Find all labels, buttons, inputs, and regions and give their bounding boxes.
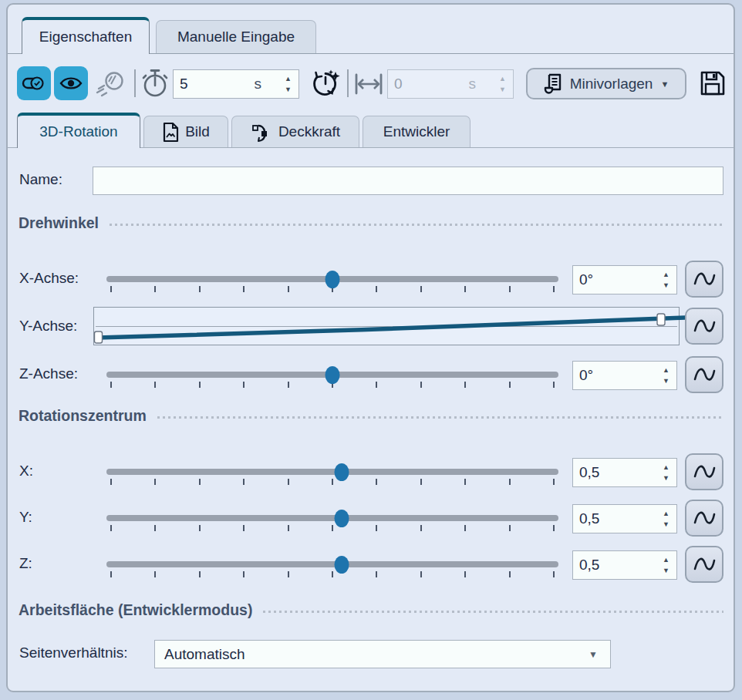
seitenverhaeltnis-value: Automatisch bbox=[164, 646, 245, 663]
spin-down-button[interactable]: ▼ bbox=[663, 567, 669, 574]
visibility-button[interactable] bbox=[54, 66, 88, 100]
duration-spin-down-button[interactable]: ▼ bbox=[285, 86, 292, 93]
tab-eigenschaften[interactable]: Eigenschaften bbox=[22, 17, 150, 54]
slider-track[interactable] bbox=[106, 561, 558, 567]
z-axis-value[interactable]: 0° bbox=[579, 367, 593, 384]
sine-wave-icon bbox=[691, 266, 717, 292]
stopwatch-icon bbox=[140, 68, 170, 99]
spin-down-button[interactable]: ▼ bbox=[663, 282, 669, 289]
minivorlagen-label: Minivorlagen bbox=[570, 76, 653, 93]
section-rotationszentrum: Rotationszentrum bbox=[19, 407, 723, 425]
center-x-animate-button[interactable] bbox=[685, 453, 723, 490]
tab-manuelle-eingabe[interactable]: Manuelle Eingabe bbox=[156, 20, 316, 53]
dropdown-caret-icon: ▼ bbox=[589, 649, 598, 660]
z-axis-animate-button[interactable] bbox=[685, 356, 723, 393]
spin-up-button[interactable]: ▲ bbox=[663, 557, 669, 564]
slider-handle[interactable] bbox=[334, 510, 349, 527]
resize-width-icon bbox=[353, 72, 384, 96]
spin-down-button[interactable]: ▼ bbox=[663, 475, 669, 482]
slider-handle[interactable] bbox=[334, 463, 349, 481]
center-z-value[interactable]: 0,5 bbox=[579, 557, 599, 574]
minivorlagen-button[interactable]: Minivorlagen ▼ bbox=[526, 68, 686, 99]
template-scroll-icon bbox=[544, 72, 562, 96]
section-dotted-line bbox=[110, 224, 723, 226]
y-axis-label: Y-Achse: bbox=[19, 318, 77, 335]
tab-manuelle-eingabe-label: Manuelle Eingabe bbox=[177, 29, 295, 45]
slider-ticks bbox=[111, 525, 554, 532]
properties-window: Eigenschaften Manuelle Eingabe bbox=[0, 0, 742, 700]
section-dotted-line bbox=[263, 611, 723, 613]
section-title: Rotationszentrum bbox=[19, 407, 147, 425]
z-axis-label: Z-Achse: bbox=[19, 365, 78, 382]
subtab-entwickler[interactable]: Entwickler bbox=[363, 116, 470, 147]
spin-up-button[interactable]: ▲ bbox=[663, 464, 669, 471]
x-axis-label: X-Achse: bbox=[19, 270, 79, 287]
center-y-animate-button[interactable] bbox=[685, 500, 723, 537]
center-y-label: Y: bbox=[19, 509, 32, 526]
center-y-value[interactable]: 0,5 bbox=[579, 510, 599, 527]
slider-handle[interactable] bbox=[325, 271, 340, 288]
properties-panel bbox=[6, 3, 735, 692]
curve-line bbox=[98, 318, 685, 338]
save-button[interactable] bbox=[697, 68, 728, 99]
center-z-slider[interactable] bbox=[106, 550, 558, 578]
center-z-value-input[interactable]: 0,5 ▲ ▼ bbox=[572, 550, 677, 580]
center-x-value[interactable]: 0,5 bbox=[579, 464, 599, 481]
chevron-down-icon: ▼ bbox=[660, 79, 669, 89]
effects-icon bbox=[94, 69, 126, 99]
x-axis-value[interactable]: 0° bbox=[579, 271, 593, 288]
section-dotted-line bbox=[157, 416, 723, 419]
y-axis-animate-button[interactable] bbox=[685, 308, 723, 345]
duration-input[interactable]: 5 s ▲ ▼ bbox=[173, 69, 299, 99]
center-z-label: Z: bbox=[19, 555, 32, 572]
center-z-animate-button[interactable] bbox=[685, 546, 723, 583]
seitenverhaeltnis-dropdown[interactable]: Automatisch ▼ bbox=[154, 640, 611, 668]
x-axis-value-input[interactable]: 0° ▲ ▼ bbox=[572, 265, 677, 294]
section-title: Arbeitsfläche (Entwicklermodus) bbox=[19, 601, 252, 619]
slider-handle[interactable] bbox=[325, 366, 340, 384]
spin-down-button[interactable]: ▼ bbox=[663, 521, 669, 528]
duration-spin-up-button[interactable]: ▲ bbox=[285, 76, 292, 82]
subtab-bild-label: Bild bbox=[185, 123, 210, 140]
subtab-3d-rotation[interactable]: 3D-Rotation bbox=[17, 113, 140, 148]
subtab-entwickler-label: Entwickler bbox=[383, 123, 450, 140]
subtab-bild[interactable]: Bild bbox=[143, 116, 228, 147]
curve-handle-end[interactable] bbox=[657, 314, 665, 325]
subtab-deckkraft[interactable]: Deckkraft bbox=[231, 116, 359, 147]
duration-value[interactable]: 5 bbox=[180, 76, 188, 93]
x-axis-animate-button[interactable] bbox=[685, 261, 723, 298]
name-label: Name: bbox=[19, 171, 62, 188]
y-axis-curve-editor[interactable] bbox=[93, 307, 680, 345]
transition-spin-up-button: ▲ bbox=[499, 76, 506, 82]
curve-handle-start[interactable] bbox=[95, 331, 103, 343]
rotation-3d-icon bbox=[251, 121, 272, 143]
x-axis-slider[interactable] bbox=[106, 265, 558, 293]
spin-up-button[interactable]: ▲ bbox=[663, 510, 669, 517]
name-input[interactable] bbox=[93, 167, 723, 195]
z-axis-slider[interactable] bbox=[106, 361, 558, 389]
slider-handle[interactable] bbox=[334, 556, 349, 574]
center-x-value-input[interactable]: 0,5 ▲ ▼ bbox=[572, 458, 677, 487]
center-x-label: X: bbox=[19, 463, 33, 480]
auto-duration-button[interactable] bbox=[308, 67, 343, 101]
center-y-value-input[interactable]: 0,5 ▲ ▼ bbox=[572, 504, 677, 533]
toolbar-divider bbox=[134, 69, 136, 97]
spin-up-button[interactable]: ▲ bbox=[663, 367, 669, 374]
center-x-slider[interactable] bbox=[106, 458, 558, 486]
slider-track[interactable] bbox=[106, 469, 558, 475]
image-icon bbox=[162, 122, 179, 143]
subtab-3d-rotation-label: 3D-Rotation bbox=[39, 123, 117, 140]
curve-canvas bbox=[94, 308, 680, 346]
transition-duration-value: 0 bbox=[394, 76, 403, 93]
transition-duration-input: 0 s ▲ ▼ bbox=[387, 69, 514, 99]
slider-track[interactable] bbox=[106, 515, 558, 521]
transition-duration-unit: s bbox=[469, 76, 477, 93]
slider-ticks bbox=[111, 479, 554, 486]
spin-up-button[interactable]: ▲ bbox=[663, 271, 669, 278]
center-y-slider[interactable] bbox=[106, 504, 558, 532]
toggle-enabled-button[interactable] bbox=[17, 66, 51, 100]
sine-wave-icon bbox=[691, 551, 717, 577]
z-axis-value-input[interactable]: 0° ▲ ▼ bbox=[572, 361, 677, 390]
toggle-check-icon bbox=[22, 74, 46, 93]
spin-down-button[interactable]: ▼ bbox=[663, 378, 669, 385]
